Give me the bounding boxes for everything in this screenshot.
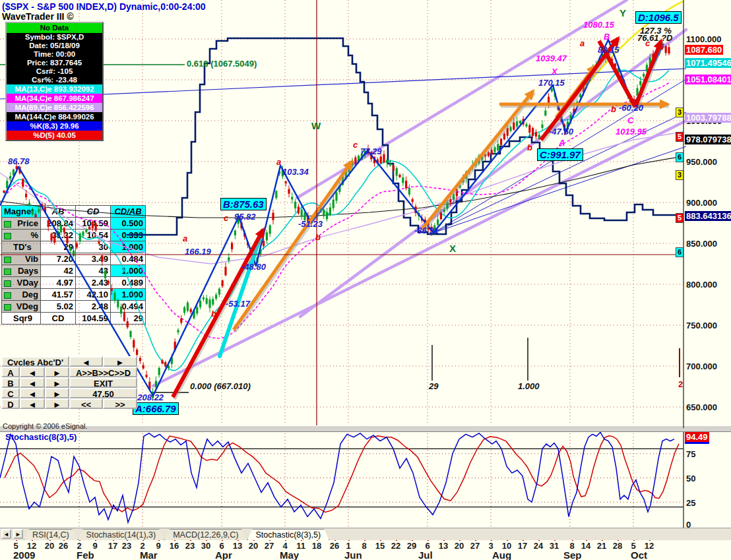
cycle-A-next[interactable]: ► <box>45 367 69 377</box>
candle-body <box>557 106 559 109</box>
info-field: Date: 05/18/09 <box>7 42 102 50</box>
green-toggle-icon[interactable] <box>4 304 11 311</box>
candle-body <box>665 46 667 53</box>
orange-arrow <box>422 91 533 229</box>
date-tick-label: 26 <box>59 541 68 551</box>
magnet-row-label: Price <box>2 218 41 230</box>
cycle-C-button[interactable]: C <box>1 388 20 398</box>
candle-body <box>323 210 325 216</box>
price-tick-label: 800.000 <box>686 280 717 290</box>
green-toggle-icon[interactable] <box>4 292 11 299</box>
candle-body <box>618 68 620 75</box>
candle-body <box>231 243 233 249</box>
candle-body <box>373 157 375 164</box>
candle-body <box>535 132 537 137</box>
candle-body <box>414 206 416 213</box>
cycle-B-button[interactable]: B <box>1 377 20 388</box>
green-toggle-icon[interactable] <box>4 233 11 239</box>
panel-splitter[interactable] <box>0 425 731 432</box>
candle-body <box>576 102 578 104</box>
cycle-action-A[interactable]: A>>B>>C>>D <box>69 367 137 377</box>
cycle-action-B[interactable]: EXIT <box>69 377 137 388</box>
cycles-prev-button[interactable]: ◄ <box>69 356 103 367</box>
green-toggle-icon[interactable] <box>4 280 11 287</box>
red-arrow-head <box>255 227 265 239</box>
candle-body <box>155 381 157 387</box>
candle-body <box>212 299 214 304</box>
candle-body <box>525 124 527 127</box>
cycle-B-prev[interactable]: ◄ <box>20 377 45 388</box>
candle-body <box>446 202 448 208</box>
candle-body <box>348 165 350 172</box>
chart-annotation: c <box>353 140 358 150</box>
magnet-table: MagnetABCDCD/ABPrice208.84104.590.500%31… <box>1 205 146 325</box>
candle-body <box>598 59 600 62</box>
cycle-C-prev[interactable]: ◄ <box>20 388 45 398</box>
candle-body <box>16 166 18 170</box>
indicator-tab-bar: ◄►RSI(14,C)Stochastic(14(1),3)MACD(12,26… <box>0 528 731 540</box>
magnet-header[interactable]: Magnet <box>2 206 41 218</box>
chart-annotation: 1.000 <box>518 381 540 391</box>
step-back-button[interactable]: << <box>69 398 103 409</box>
cycle-action-C[interactable]: 47.50 <box>69 388 137 398</box>
cycle-B-next[interactable]: ► <box>45 377 69 388</box>
magnet-row-label: VDay <box>2 277 41 289</box>
stochastic-panel-area[interactable] <box>0 427 731 530</box>
magnet-row-label: % <box>2 230 41 241</box>
tab-stochastic-14-1-3-[interactable]: Stochastic(14(1),3) <box>78 529 165 540</box>
data-window-panel: No DataSymbol: $SPX,DDate: 05/18/09Time:… <box>5 22 104 141</box>
tab-rsi-14-c-[interactable]: RSI(14,C) <box>24 529 78 540</box>
cycles-title-button[interactable]: Cycles Abc'D' <box>1 356 69 367</box>
stoch-bg <box>0 427 731 530</box>
green-toggle-icon[interactable] <box>4 257 11 263</box>
tab-scroll-right[interactable]: ► <box>13 529 23 539</box>
magnet-row: Days42431.000 <box>2 265 146 277</box>
candle-body <box>291 197 293 200</box>
cycle-D-next[interactable]: ► <box>45 398 69 409</box>
candle-body <box>532 128 534 136</box>
candle-body <box>351 161 353 166</box>
candle-body <box>133 340 135 348</box>
cycle-D-button[interactable]: D <box>1 398 20 409</box>
date-tick-label: 27 <box>470 541 480 551</box>
cycle-A-prev[interactable]: ◄ <box>20 367 45 377</box>
red-arrow-shadow <box>637 43 662 109</box>
candle-body <box>145 375 147 377</box>
price-tick-label: 750.000 <box>686 321 717 330</box>
cycle-A-button[interactable]: A <box>1 367 20 377</box>
candle-body <box>389 164 391 166</box>
candle-body <box>263 241 265 246</box>
cycles-next-button[interactable]: ► <box>103 356 137 367</box>
chart-annotation: 103.34 <box>282 167 309 177</box>
candle-body <box>655 51 657 56</box>
step-forward-button[interactable]: >> <box>103 398 137 409</box>
cycle-C-next[interactable]: ► <box>45 388 69 398</box>
candle-body <box>180 319 182 323</box>
candle-body <box>488 152 490 156</box>
tab-scroll-left[interactable]: ◄ <box>1 529 11 539</box>
date-tick-label: 17 <box>108 541 117 551</box>
tab-stochastic-8-3-5-[interactable]: Stochastic(8(3),5) <box>247 529 330 540</box>
candle-body <box>380 156 382 163</box>
chart-annotation: 29 <box>429 381 438 391</box>
chart-annotation: -48.80 <box>241 262 266 272</box>
candle-body <box>203 297 205 299</box>
cycle-D-prev[interactable]: ◄ <box>20 398 45 409</box>
candle-body <box>377 160 379 164</box>
month-label: Jul <box>418 549 433 560</box>
magnet-row-label: Deg <box>2 289 41 301</box>
green-toggle-icon[interactable] <box>4 221 11 228</box>
candle-body <box>481 153 483 160</box>
candle-body <box>174 342 176 350</box>
candle-body <box>398 175 400 177</box>
chart-annotation: a <box>276 157 281 167</box>
chart-annotation: B <box>604 32 610 42</box>
price-tick-label: 950.000 <box>686 157 717 167</box>
candle-body <box>193 311 195 319</box>
date-tick-label: 17 <box>518 541 527 551</box>
wave-target-label: B:875.63 <box>220 198 267 210</box>
tab-macd-12-26-9-c-[interactable]: MACD(12,26,9,C) <box>164 529 247 540</box>
green-toggle-icon[interactable] <box>4 268 11 275</box>
orange-arrow <box>556 66 595 117</box>
candle-body <box>573 109 575 113</box>
